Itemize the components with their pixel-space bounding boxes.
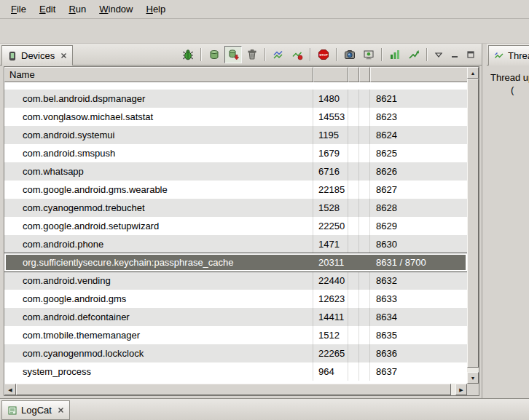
cell-name: org.sufficientlysecure.keychain:passphra… — [4, 253, 313, 272]
tab-logcat[interactable]: LogCat — [1, 400, 70, 420]
cell-port: 8621 — [370, 90, 467, 108]
stop-process-button[interactable]: STOP — [315, 46, 332, 63]
maximize-button[interactable] — [463, 46, 478, 63]
table-row[interactable]: com.bel.android.dspmanager14808621 — [4, 90, 467, 108]
main-toolbar — [0, 20, 529, 44]
cell-pid: 22440 — [313, 272, 348, 290]
horizontal-scroll-thumb[interactable] — [16, 384, 451, 395]
cell-empty — [359, 290, 370, 308]
table-row[interactable]: com.vonglasow.michael.satstat145538623 — [4, 108, 467, 126]
cell-empty — [359, 108, 370, 126]
minimize-button[interactable] — [447, 46, 462, 63]
vertical-scrollbar[interactable]: ▲ ▼ — [467, 67, 479, 384]
vertical-scroll-thumb[interactable] — [467, 79, 479, 368]
table-row[interactable]: com.android.vending224408632 — [4, 272, 467, 290]
cell-empty — [359, 308, 370, 326]
screen-capture-icon — [344, 49, 356, 60]
menu-run[interactable]: Run — [62, 1, 93, 17]
threads-icon — [494, 51, 504, 61]
update-heap-button[interactable] — [205, 46, 223, 63]
menu-edit[interactable]: Edit — [33, 1, 62, 17]
cell-empty — [348, 308, 359, 326]
update-heap-icon — [208, 49, 220, 60]
table-row[interactable]: com.android.phone14718630 — [4, 235, 467, 253]
tab-label: Devices — [21, 50, 55, 61]
scroll-left-button[interactable]: ◀ — [4, 384, 16, 395]
table-row[interactable]: com.android.systemui11958624 — [4, 126, 467, 144]
device-table: Name com.bel.android.dspmanager14808621c… — [4, 66, 479, 396]
toolbar-separator — [264, 48, 266, 61]
table-row[interactable]: com.tmobile.thememanager15128635 — [4, 326, 467, 344]
table-row[interactable]: com.android.smspush16798625 — [4, 144, 467, 162]
column-header-name[interactable]: Name — [4, 67, 313, 82]
chart-line-button[interactable] — [405, 46, 423, 63]
cell-port: 8625 — [370, 144, 467, 162]
table-row[interactable]: com.cyanogenmod.lockclock222658636 — [4, 344, 467, 362]
scroll-right-button[interactable]: ▶ — [455, 384, 467, 395]
scroll-up-button[interactable]: ▲ — [467, 67, 479, 79]
cell-empty — [348, 362, 359, 381]
table-row[interactable]: com.google.android.gms.wearable221858627 — [4, 181, 467, 199]
cell-empty — [359, 362, 370, 381]
cause-gc-button[interactable] — [243, 46, 261, 63]
table-row[interactable]: system_process9648637 — [4, 362, 467, 381]
cell-empty — [348, 217, 359, 235]
cell-empty — [348, 162, 359, 181]
table-row[interactable]: com.cyanogenmod.trebuchet15288628 — [4, 199, 467, 217]
cell-empty — [359, 144, 370, 162]
table-row[interactable]: com.google.android.gms126238633 — [4, 290, 467, 308]
threads-tabbar: Threads — [487, 44, 529, 66]
cell-empty — [348, 199, 359, 217]
scrollbar-corner — [467, 384, 479, 395]
cell-name: com.android.phone — [4, 235, 313, 253]
method-profiling-button[interactable] — [289, 46, 306, 63]
table-row[interactable]: com.whatsapp67168626 — [4, 162, 467, 181]
menu-help[interactable]: Help — [139, 1, 172, 17]
close-icon[interactable] — [60, 52, 67, 59]
column-header-empty — [348, 67, 359, 82]
cell-port: 8631 / 8700 — [370, 253, 467, 272]
cell-port: 8629 — [370, 217, 467, 235]
column-header-empty — [359, 67, 370, 82]
debug-button[interactable] — [179, 46, 197, 63]
menu-window[interactable]: Window — [93, 1, 139, 17]
devices-panel: Devices — [0, 44, 482, 398]
cell-name: com.google.android.gms.wearable — [4, 181, 313, 199]
cell-pid: 1512 — [313, 326, 348, 344]
table-row[interactable]: com.google.android.setupwizard222508629 — [4, 217, 467, 235]
cell-name: com.vonglasow.michael.satstat — [4, 108, 313, 126]
table-row[interactable]: org.sufficientlysecure.keychain:passphra… — [4, 253, 467, 272]
dump-hprof-button[interactable] — [224, 46, 242, 63]
cell-empty — [348, 126, 359, 144]
update-threads-button[interactable] — [270, 46, 287, 63]
menu-bar: FileEditRunWindowHelp — [0, 0, 529, 19]
tab-label: Threads — [508, 50, 529, 61]
view-menu-icon — [434, 49, 444, 60]
screen-capture-button[interactable] — [341, 46, 358, 63]
cell-port: 8628 — [370, 199, 467, 217]
cell-pid: 6716 — [313, 162, 348, 181]
scroll-down-button[interactable]: ▼ — [467, 372, 479, 384]
cell-pid: 1528 — [313, 199, 348, 217]
screen-record-button[interactable] — [360, 46, 377, 63]
cell-port: 8623 — [370, 108, 467, 126]
cell-pid: 964 — [313, 362, 348, 381]
cell-empty — [359, 199, 370, 217]
view-menu-button[interactable] — [431, 46, 446, 63]
cell-empty — [359, 126, 370, 144]
cell-port: 8626 — [370, 162, 467, 181]
threads-message-line: ( — [490, 84, 528, 96]
menu-file[interactable]: File — [4, 1, 33, 17]
tab-devices[interactable]: Devices — [1, 45, 73, 66]
table-row[interactable]: com.android.defcontainer144118634 — [4, 308, 467, 326]
cell-empty — [348, 181, 359, 199]
horizontal-scrollbar[interactable]: ◀ ▶ — [4, 384, 467, 395]
method-profiling-icon — [291, 49, 303, 60]
close-icon[interactable] — [58, 407, 64, 413]
cell-name: com.cyanogenmod.lockclock — [4, 344, 313, 362]
tab-threads[interactable]: Threads — [488, 45, 529, 66]
ddms-window: { "menu": { "items": ["File", "Edit", "R… — [0, 0, 529, 420]
threads-message: Thread up ( — [487, 66, 529, 96]
chart-bars-button[interactable] — [386, 46, 404, 63]
column-header-port — [370, 67, 467, 82]
